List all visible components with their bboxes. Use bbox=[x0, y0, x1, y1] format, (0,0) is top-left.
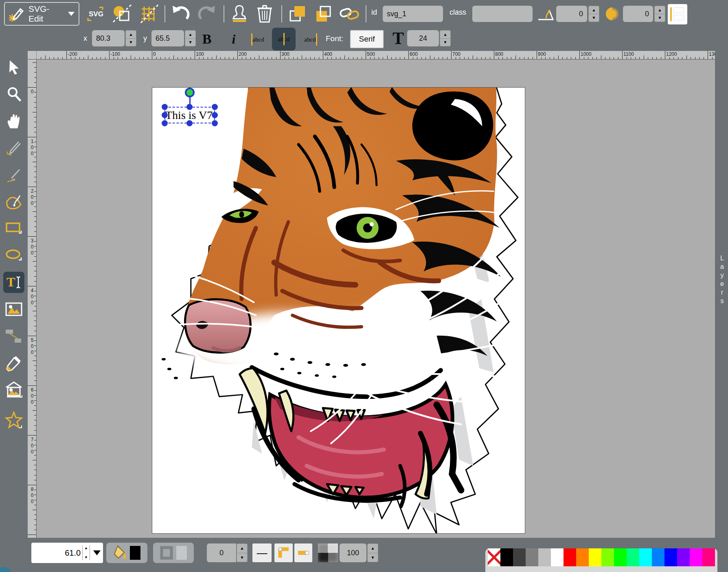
ruler-tick bbox=[387, 55, 388, 59]
tool-eyedropper[interactable] bbox=[3, 352, 24, 374]
zoom-spinner[interactable]: ▲▼ bbox=[82, 546, 90, 560]
palette-color-ff00ff[interactable] bbox=[690, 548, 702, 566]
resize-handle-w[interactable] bbox=[162, 112, 168, 118]
palette-color-7f7f7f[interactable] bbox=[526, 548, 538, 566]
tool-ellipse[interactable] bbox=[3, 245, 24, 266]
palette-color-007fff[interactable] bbox=[652, 548, 664, 566]
ruler-tick bbox=[310, 57, 311, 59]
opacity-gradient-icon[interactable] bbox=[318, 543, 338, 562]
linecap-button[interactable] bbox=[294, 543, 312, 562]
tool-shape-library[interactable] bbox=[3, 379, 24, 400]
text-y-input[interactable] bbox=[151, 30, 184, 46]
ruler-tick bbox=[28, 137, 36, 137]
text-anchor-end-button[interactable]: abcd bbox=[300, 30, 321, 49]
tool-select[interactable] bbox=[3, 57, 24, 78]
element-class-input[interactable] bbox=[472, 6, 533, 22]
font-family-button[interactable]: Serif bbox=[350, 30, 384, 48]
resize-handle-n[interactable] bbox=[186, 104, 193, 110]
stroke-width-input[interactable] bbox=[207, 543, 236, 562]
palette-color-0000ff[interactable] bbox=[664, 548, 677, 566]
ruler-tick bbox=[575, 57, 576, 59]
editor-prefs-button[interactable] bbox=[138, 4, 160, 24]
tool-pan[interactable] bbox=[3, 110, 24, 132]
anchor-end-bar-icon bbox=[316, 33, 317, 46]
palette-color-00ff00[interactable] bbox=[614, 548, 627, 566]
resize-handle-sw[interactable] bbox=[162, 120, 168, 126]
resize-handle-nw[interactable] bbox=[162, 104, 168, 110]
text-anchor-start-button[interactable]: abcd bbox=[248, 30, 268, 49]
opacity-input[interactable] bbox=[340, 543, 366, 562]
rotate-handle[interactable] bbox=[185, 88, 195, 97]
palette-color-3f3f3f[interactable] bbox=[513, 548, 526, 566]
bold-button[interactable]: B bbox=[197, 29, 217, 50]
palette-color-ff007f[interactable] bbox=[702, 548, 715, 566]
tiger-illustration[interactable] bbox=[152, 87, 525, 534]
tool-zoom[interactable] bbox=[3, 84, 24, 105]
palette-color-ff7f00[interactable] bbox=[576, 548, 589, 566]
palette-color-none[interactable] bbox=[488, 548, 500, 566]
side-panel-button[interactable] bbox=[668, 4, 687, 24]
tool-image[interactable] bbox=[3, 299, 24, 320]
canvas-area[interactable]: This is V7 bbox=[37, 59, 715, 538]
move-to-top-button[interactable] bbox=[287, 4, 309, 24]
angle-spinner[interactable]: ▲▼ bbox=[588, 6, 599, 22]
ruler-tick bbox=[143, 57, 144, 59]
palette-color-ff0000[interactable] bbox=[564, 548, 576, 566]
move-to-bottom-button[interactable] bbox=[313, 4, 334, 24]
undo-button[interactable] bbox=[170, 4, 191, 24]
italic-button[interactable]: i bbox=[225, 29, 243, 50]
tool-pencil[interactable] bbox=[3, 137, 24, 158]
linejoin-button[interactable] bbox=[274, 543, 293, 562]
tool-connector[interactable] bbox=[3, 326, 24, 347]
palette-color-00ffff[interactable] bbox=[639, 548, 652, 566]
tool-line[interactable] bbox=[3, 164, 24, 185]
ruler-tick bbox=[327, 57, 328, 59]
tool-rect[interactable] bbox=[3, 218, 24, 239]
source-editor-button[interactable]: SVG bbox=[86, 6, 105, 22]
font-size-input[interactable] bbox=[407, 30, 439, 46]
palette-color-ffffff[interactable] bbox=[551, 548, 564, 566]
blur-input[interactable] bbox=[623, 6, 653, 22]
stroke-color-button[interactable] bbox=[153, 543, 194, 563]
palette-color-7fff00[interactable] bbox=[601, 548, 614, 566]
tool-path[interactable] bbox=[3, 191, 24, 212]
x-spinner[interactable]: ▲▼ bbox=[125, 30, 136, 46]
layers-panel-toggle[interactable]: Layers bbox=[715, 51, 728, 538]
palette-color-000000[interactable] bbox=[500, 548, 513, 566]
ruler-tick bbox=[34, 519, 36, 520]
stroke-style-button[interactable]: — bbox=[252, 543, 272, 562]
tool-star[interactable] bbox=[3, 409, 24, 431]
ruler-tick bbox=[122, 57, 123, 59]
stroke-width-spinner[interactable]: ▲▼ bbox=[237, 543, 248, 562]
zoom-control[interactable]: 61.0 ▲▼ bbox=[31, 543, 103, 563]
main-menu-button[interactable]: SVG-Edit bbox=[4, 2, 79, 26]
text-anchor-middle-button[interactable]: abcd bbox=[272, 28, 296, 51]
v-ruler-label: 700 bbox=[29, 437, 35, 455]
ruler-tick bbox=[75, 57, 75, 59]
delete-button[interactable] bbox=[254, 3, 275, 24]
opacity-spinner[interactable]: ▲▼ bbox=[367, 543, 378, 562]
fill-color-button[interactable] bbox=[106, 543, 147, 563]
h-ruler-label: 1100 bbox=[623, 51, 634, 57]
element-id-input[interactable] bbox=[383, 6, 443, 22]
image-library-button[interactable] bbox=[112, 4, 133, 24]
redo-button[interactable] bbox=[196, 4, 217, 24]
make-link-button[interactable] bbox=[339, 4, 360, 24]
blur-spinner[interactable]: ▲▼ bbox=[654, 6, 665, 22]
tool-text[interactable]: T bbox=[3, 272, 24, 293]
clone-button[interactable] bbox=[229, 3, 250, 24]
ruler-tick bbox=[173, 55, 174, 59]
resize-handle-e[interactable] bbox=[212, 112, 218, 118]
font-size-spinner[interactable]: ▲▼ bbox=[440, 30, 451, 46]
angle-input[interactable] bbox=[556, 6, 587, 22]
palette-color-bfbfbf[interactable] bbox=[538, 548, 551, 566]
resize-handle-ne[interactable] bbox=[212, 104, 218, 110]
resize-handle-se[interactable] bbox=[212, 120, 218, 126]
palette-color-7f00ff[interactable] bbox=[677, 548, 690, 566]
resize-handle-s[interactable] bbox=[186, 120, 193, 126]
ruler-tick bbox=[79, 57, 80, 59]
text-x-input[interactable] bbox=[92, 30, 125, 46]
palette-color-00ff7f[interactable] bbox=[627, 548, 639, 566]
palette-color-ffff00[interactable] bbox=[589, 548, 601, 566]
y-spinner[interactable]: ▲▼ bbox=[185, 30, 196, 46]
